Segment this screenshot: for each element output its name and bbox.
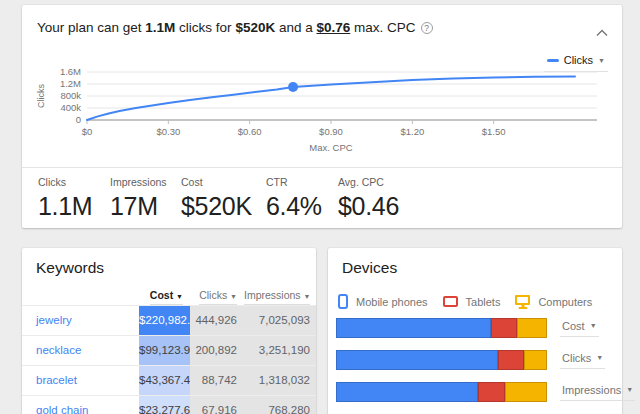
legend-label: Mobile phones bbox=[356, 296, 428, 308]
devices-title: Devices bbox=[342, 259, 622, 277]
x-tick-label: $1.50 bbox=[482, 126, 506, 137]
bar-segment-mobile-phones bbox=[336, 318, 491, 338]
metric-value: $520K bbox=[181, 192, 266, 221]
metric-value: 6.4% bbox=[266, 192, 338, 221]
metric-value: $0.46 bbox=[338, 192, 399, 221]
clicks-cell: 88,742 bbox=[190, 366, 244, 395]
x-tick-label: $0.30 bbox=[156, 126, 180, 137]
x-tick-label: $0 bbox=[82, 126, 93, 137]
keywords-card: Keywords Cost ▼Clicks ▼Impressions ▼jewe… bbox=[22, 248, 316, 414]
devices-bar-row-impressions: Impressions ▼ bbox=[336, 382, 635, 402]
devices-bar-row-clicks: Clicks ▼ bbox=[336, 350, 635, 370]
metric-label: Clicks bbox=[38, 176, 110, 188]
chevron-down-icon: ▼ bbox=[176, 293, 183, 300]
keyword-link[interactable]: bracelet bbox=[36, 374, 77, 386]
bar-segment-mobile-phones bbox=[336, 350, 498, 370]
table-row: jewelry$220,982.39444,9267,025,093 bbox=[22, 305, 316, 335]
column-header-cost: Cost ▼ bbox=[139, 285, 190, 305]
chevron-down-icon: ▼ bbox=[626, 386, 633, 393]
card-divider bbox=[22, 167, 622, 168]
cost-cell: $23,277.64 bbox=[139, 396, 190, 414]
cost-cell: $220,982.39 bbox=[139, 306, 190, 335]
y-tick-label: 800k bbox=[60, 90, 81, 101]
keyword-link[interactable]: gold chain bbox=[36, 404, 88, 414]
help-icon[interactable]: ? bbox=[421, 22, 433, 34]
cost-cell: $43,367.41 bbox=[139, 366, 190, 395]
y-tick-label: 0 bbox=[76, 114, 81, 125]
headline-cpc-value[interactable]: $0.76 bbox=[316, 20, 350, 35]
impressions-cell: 768,280 bbox=[244, 396, 316, 414]
y-tick-label: 400k bbox=[60, 102, 81, 113]
impressions-cell: 3,251,190 bbox=[244, 336, 316, 365]
table-row: bracelet$43,367.4188,7421,318,032 bbox=[22, 365, 316, 395]
mobile-phone-icon bbox=[338, 294, 348, 309]
stacked-bar-clicks bbox=[336, 350, 547, 370]
y-tick-label: 1.2M bbox=[60, 78, 81, 89]
forecast-line-chart[interactable]: 0400k800k1.2M1.6M$0$0.30$0.60$0.90$1.20$… bbox=[22, 58, 622, 158]
bar-segment-tablets bbox=[498, 350, 524, 370]
keyword-link[interactable]: jewelry bbox=[36, 314, 72, 326]
keyword-link[interactable]: necklace bbox=[36, 344, 81, 356]
forecast-metrics-row: Clicks1.1MImpressions17MCost$520KCTR6.4%… bbox=[38, 176, 399, 221]
bar-segment-computers bbox=[517, 318, 547, 338]
current-plan-point[interactable] bbox=[288, 82, 298, 92]
impressions-cell: 7,025,093 bbox=[244, 306, 316, 335]
metric-label: CTR bbox=[266, 176, 338, 188]
sort-dropdown-cost[interactable]: Cost ▼ bbox=[150, 289, 183, 305]
column-header-clicks: Clicks ▼ bbox=[190, 285, 244, 305]
computer-icon bbox=[515, 295, 530, 305]
sort-dropdown-impressions[interactable]: Impressions ▼ bbox=[244, 289, 310, 305]
metric-value: 1.1M bbox=[38, 192, 110, 221]
metric-value: 17M bbox=[110, 192, 181, 221]
table-row: necklace$99,123.92200,8923,251,190 bbox=[22, 335, 316, 365]
keywords-title: Keywords bbox=[36, 259, 316, 277]
table-row: gold chain$23,277.6467,916768,280 bbox=[22, 395, 316, 414]
headline-clicks-value: 1.1M bbox=[145, 20, 175, 35]
clicks-cell: 444,926 bbox=[190, 306, 244, 335]
bar-segment-mobile-phones bbox=[336, 382, 478, 402]
metric-label: Impressions bbox=[110, 176, 181, 188]
stacked-bar-impressions bbox=[336, 382, 547, 402]
metric-clicks: Clicks1.1M bbox=[38, 176, 110, 221]
bar-segment-tablets bbox=[491, 318, 517, 338]
chevron-down-icon: ▼ bbox=[304, 293, 311, 300]
metric-dropdown-cost[interactable]: Cost ▼ bbox=[560, 320, 599, 337]
headline-cost-value: $520K bbox=[235, 20, 275, 35]
bar-segment-computers bbox=[505, 382, 547, 402]
devices-legend: Mobile phonesTabletsComputers bbox=[338, 294, 622, 309]
y-axis-title: Clicks bbox=[36, 84, 46, 108]
collapse-panel-button[interactable] bbox=[596, 23, 608, 41]
cost-cell: $99,123.92 bbox=[139, 336, 190, 365]
sort-dropdown-clicks[interactable]: Clicks ▼ bbox=[199, 289, 237, 305]
devices-bar-row-cost: Cost ▼ bbox=[336, 318, 635, 338]
forecast-headline: Your plan can get 1.1M clicks for $520K … bbox=[37, 20, 433, 35]
keyword-cell: gold chain bbox=[22, 396, 139, 414]
keywords-table: Cost ▼Clicks ▼Impressions ▼jewelry$220,9… bbox=[22, 283, 316, 414]
metric-dropdown-impressions[interactable]: Impressions ▼ bbox=[560, 384, 635, 401]
stacked-bar-cost bbox=[336, 318, 547, 338]
metric-label: Avg. CPC bbox=[338, 176, 399, 188]
legend-label: Computers bbox=[538, 296, 592, 308]
metric-cost: Cost$520K bbox=[181, 176, 266, 221]
metric-dropdown-clicks[interactable]: Clicks ▼ bbox=[560, 352, 605, 369]
x-tick-label: $0.60 bbox=[238, 126, 262, 137]
clicks-cell: 67,916 bbox=[190, 396, 244, 414]
x-tick-label: $0.90 bbox=[319, 126, 343, 137]
bar-segment-tablets bbox=[478, 382, 505, 402]
devices-card: Devices Mobile phonesTabletsComputers Co… bbox=[328, 248, 622, 414]
legend-item-computers: Computers bbox=[515, 295, 592, 309]
chevron-down-icon: ▼ bbox=[596, 354, 603, 361]
impressions-cell: 1,318,032 bbox=[244, 366, 316, 395]
keywords-table-header: Cost ▼Clicks ▼Impressions ▼ bbox=[22, 283, 316, 305]
chevron-down-icon: ▼ bbox=[230, 293, 237, 300]
keyword-cell: bracelet bbox=[22, 366, 139, 395]
devices-bars: Cost ▼Clicks ▼Impressions ▼ bbox=[336, 318, 635, 414]
metric-avg-cpc: Avg. CPC$0.46 bbox=[338, 176, 399, 221]
legend-item-mobile-phones: Mobile phones bbox=[338, 294, 428, 309]
bar-segment-computers bbox=[524, 350, 547, 370]
column-header-impressions: Impressions ▼ bbox=[244, 285, 316, 305]
x-tick-label: $1.20 bbox=[400, 126, 424, 137]
metric-label: Cost bbox=[181, 176, 266, 188]
x-axis-title: Max. CPC bbox=[309, 142, 352, 153]
metric-impressions: Impressions17M bbox=[110, 176, 181, 221]
